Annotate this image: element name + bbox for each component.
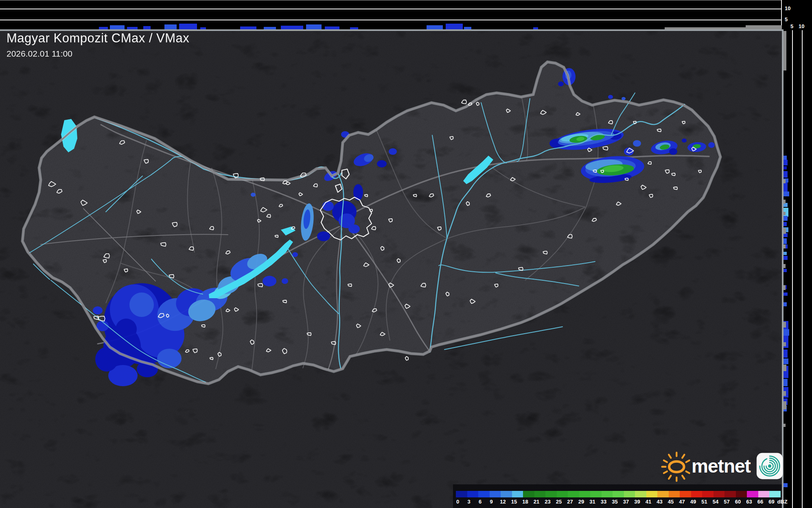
- dbz-tick: 66: [757, 499, 763, 505]
- dbz-tick: 43: [657, 499, 662, 505]
- dbz-tick-labels: 0369121518212325272931333537394143454749…: [456, 499, 781, 506]
- dbz-tick: 21: [534, 499, 539, 505]
- dbz-swatch: [613, 491, 624, 497]
- radar-viewer: { "header": { "title": "Magyar Kompozit …: [0, 0, 812, 508]
- dbz-tick: 57: [724, 499, 729, 505]
- dbz-tick: 3: [468, 499, 471, 505]
- dbz-swatch: [523, 491, 534, 497]
- dbz-swatch: [702, 491, 714, 497]
- right-axis-tick-5: 5: [790, 23, 793, 29]
- dbz-tick: 12: [500, 499, 506, 505]
- title-block: Magyar Kompozit CMax / VMax 2026.02.01 1…: [7, 31, 189, 59]
- dbz-swatch: [747, 491, 758, 497]
- dbz-tick: 25: [556, 499, 562, 505]
- dbz-swatch: [512, 491, 523, 497]
- dbz-color-bar: [456, 491, 781, 497]
- dbz-tick: 41: [646, 499, 651, 505]
- top-5km-line: [0, 20, 782, 20]
- dbz-swatch: [534, 491, 546, 497]
- dbz-swatch: [490, 491, 501, 497]
- dbz-tick: 69: [768, 499, 774, 505]
- dbz-swatch: [568, 491, 579, 497]
- dbz-tick: 39: [634, 499, 640, 505]
- dbz-legend: 0369121518212325272931333537394143454749…: [453, 484, 782, 508]
- dbz-tick: 15: [511, 499, 517, 505]
- top-height-profile-panel: [0, 0, 782, 29]
- dbz-tick: 51: [701, 499, 707, 505]
- dbz-swatch: [714, 491, 725, 497]
- dbz-tick: 45: [668, 499, 674, 505]
- dbz-swatch: [680, 491, 691, 497]
- dbz-tick: 47: [679, 499, 685, 505]
- dbz-swatch: [758, 491, 770, 497]
- dbz-swatch: [579, 491, 591, 497]
- top-axis-tick-10: 10: [785, 5, 790, 11]
- top-axis-line: [0, 0, 782, 0]
- dbz-swatch: [736, 491, 747, 497]
- dbz-swatch: [624, 491, 635, 497]
- dbz-tick: 9: [490, 499, 493, 505]
- dbz-tick: 49: [690, 499, 696, 505]
- dbz-swatch: [635, 491, 646, 497]
- dbz-swatch: [478, 491, 490, 497]
- dbz-tick: 23: [545, 499, 550, 505]
- dbz-swatch: [646, 491, 658, 497]
- top-10km-line: [0, 9, 782, 9]
- right-5km-line: [792, 30, 793, 508]
- dbz-tick: 60: [735, 499, 741, 505]
- dbz-tick: 18: [522, 499, 528, 505]
- dbz-swatch: [669, 491, 680, 497]
- metnet-logo[interactable]: metnet: [661, 447, 783, 485]
- dbz-tick: 35: [612, 499, 617, 505]
- dbz-unit-label: dBZ: [777, 499, 788, 505]
- right-axis-tick-10: 10: [799, 23, 804, 29]
- page-title: Magyar Kompozit CMax / VMax: [7, 31, 189, 46]
- timestamp: 2026.02.01 11:00: [7, 49, 189, 59]
- dbz-swatch: [557, 491, 568, 497]
- right-height-profile-panel: [784, 0, 812, 508]
- dbz-tick: 37: [623, 499, 629, 505]
- dbz-swatch: [501, 491, 512, 497]
- dbz-swatch: [545, 491, 557, 497]
- dbz-swatch: [590, 491, 602, 497]
- dbz-swatch: [602, 491, 613, 497]
- top-axis-tick-5: 5: [785, 16, 788, 22]
- dbz-swatch: [657, 491, 669, 497]
- dbz-tick: 54: [713, 499, 718, 505]
- sun-icon: [661, 447, 691, 485]
- radar-map: [0, 0, 782, 508]
- dbz-tick: 63: [746, 499, 752, 505]
- dbz-swatch: [724, 491, 736, 497]
- dbz-tick: 33: [601, 499, 606, 505]
- dbz-tick: 27: [567, 499, 573, 505]
- dbz-swatch: [456, 491, 467, 497]
- dbz-tick: 6: [479, 499, 482, 505]
- right-10km-line: [802, 30, 803, 508]
- dbz-tick: 29: [578, 499, 584, 505]
- dbz-tick: 0: [456, 499, 459, 505]
- dbz-swatch: [769, 491, 781, 497]
- dbz-swatch: [467, 491, 479, 497]
- dbz-swatch: [691, 491, 703, 497]
- dbz-tick: 31: [589, 499, 595, 505]
- map-frame-right: [782, 29, 784, 508]
- spiral-app-icon: [756, 451, 783, 482]
- logo-wordmark: metnet: [692, 455, 751, 477]
